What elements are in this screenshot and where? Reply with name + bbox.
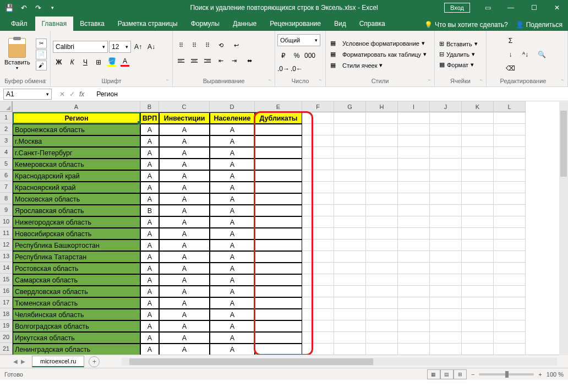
cell[interactable] bbox=[334, 251, 366, 263]
cell[interactable] bbox=[334, 263, 366, 274]
cell[interactable]: A bbox=[159, 239, 210, 251]
undo-icon[interactable]: ↶ bbox=[18, 2, 30, 14]
number-format-select[interactable]: Общий bbox=[277, 34, 320, 46]
cell[interactable] bbox=[255, 193, 302, 205]
cell[interactable] bbox=[430, 182, 462, 193]
cell[interactable]: A bbox=[210, 297, 255, 309]
sheet-nav-next-icon[interactable]: ▶ bbox=[21, 358, 25, 364]
cell[interactable] bbox=[302, 286, 334, 297]
qat-more-icon[interactable]: ▾ bbox=[46, 2, 58, 14]
align-center-icon[interactable] bbox=[188, 55, 200, 67]
cell[interactable]: A bbox=[210, 239, 255, 251]
cell[interactable]: A bbox=[140, 228, 159, 239]
cell[interactable] bbox=[334, 332, 366, 344]
cell[interactable] bbox=[255, 205, 302, 216]
header-cell[interactable]: ВРП bbox=[140, 112, 159, 124]
cell[interactable] bbox=[366, 193, 398, 205]
cell[interactable] bbox=[366, 159, 398, 170]
cell[interactable]: A bbox=[210, 135, 255, 147]
col-header-L[interactable]: L bbox=[494, 101, 526, 112]
cell[interactable]: A bbox=[159, 344, 210, 355]
zoom-slider[interactable] bbox=[479, 373, 534, 375]
cell[interactable]: A bbox=[159, 251, 210, 263]
cell[interactable] bbox=[255, 274, 302, 286]
cell[interactable] bbox=[255, 344, 302, 355]
cell[interactable] bbox=[302, 147, 334, 159]
cell[interactable] bbox=[366, 135, 398, 147]
cell[interactable] bbox=[334, 320, 366, 332]
view-break-icon[interactable]: ⊞ bbox=[454, 369, 467, 379]
cell-region[interactable]: Новосибирская область bbox=[13, 228, 140, 239]
cancel-formula-icon[interactable]: ✕ bbox=[59, 90, 65, 98]
cell[interactable] bbox=[334, 205, 366, 216]
cell[interactable]: A bbox=[159, 124, 210, 135]
cell[interactable]: A bbox=[140, 159, 159, 170]
bold-button[interactable]: Ж bbox=[53, 56, 65, 68]
cell[interactable] bbox=[430, 332, 462, 344]
cell[interactable]: A bbox=[210, 263, 255, 274]
cell[interactable] bbox=[494, 135, 526, 147]
cell[interactable] bbox=[494, 124, 526, 135]
cell[interactable] bbox=[494, 274, 526, 286]
cell[interactable] bbox=[302, 216, 334, 228]
row-header[interactable]: 5 bbox=[0, 158, 12, 170]
add-sheet-button[interactable]: + bbox=[89, 356, 100, 367]
cell[interactable] bbox=[255, 216, 302, 228]
cell[interactable] bbox=[366, 309, 398, 320]
row-header[interactable]: 20 bbox=[0, 331, 12, 343]
tab-review[interactable]: Рецензирование bbox=[263, 17, 327, 31]
cell[interactable] bbox=[334, 228, 366, 239]
cell[interactable] bbox=[494, 193, 526, 205]
find-icon[interactable]: 🔍 bbox=[534, 47, 550, 62]
cell[interactable] bbox=[366, 239, 398, 251]
cell[interactable] bbox=[462, 182, 494, 193]
cell-region[interactable]: Республика Башкортостан bbox=[13, 239, 140, 251]
cell[interactable] bbox=[462, 344, 494, 355]
cell[interactable] bbox=[430, 205, 462, 216]
cell-region[interactable]: г.Москва bbox=[13, 135, 140, 147]
cell[interactable]: B bbox=[140, 205, 159, 216]
cell[interactable] bbox=[366, 124, 398, 135]
cell[interactable] bbox=[494, 182, 526, 193]
cell[interactable] bbox=[334, 112, 366, 124]
cell[interactable]: A bbox=[210, 320, 255, 332]
zoom-in-icon[interactable]: + bbox=[538, 371, 542, 378]
cell[interactable] bbox=[302, 309, 334, 320]
cell-region[interactable]: Иркутская область bbox=[13, 332, 140, 344]
cell[interactable] bbox=[462, 274, 494, 286]
cell[interactable]: A bbox=[159, 297, 210, 309]
cell[interactable] bbox=[430, 309, 462, 320]
cell-region[interactable]: г.Санкт-Петербург bbox=[13, 147, 140, 159]
cell[interactable] bbox=[494, 170, 526, 182]
cell[interactable] bbox=[255, 309, 302, 320]
cell[interactable] bbox=[462, 135, 494, 147]
cell[interactable] bbox=[494, 309, 526, 320]
cell[interactable]: A bbox=[140, 182, 159, 193]
cell[interactable]: A bbox=[210, 147, 255, 159]
cell[interactable] bbox=[494, 332, 526, 344]
cell[interactable] bbox=[462, 124, 494, 135]
cell[interactable] bbox=[255, 170, 302, 182]
cell[interactable] bbox=[302, 124, 334, 135]
align-left-icon[interactable] bbox=[175, 55, 187, 67]
cell[interactable] bbox=[302, 228, 334, 239]
font-size-select[interactable]: 12 bbox=[109, 41, 131, 53]
cell[interactable] bbox=[255, 286, 302, 297]
cell[interactable] bbox=[494, 112, 526, 124]
cell[interactable] bbox=[430, 170, 462, 182]
cell[interactable] bbox=[462, 216, 494, 228]
cell[interactable] bbox=[430, 251, 462, 263]
cell[interactable] bbox=[430, 263, 462, 274]
cell[interactable]: A bbox=[210, 332, 255, 344]
cell[interactable] bbox=[430, 344, 462, 355]
cell[interactable] bbox=[398, 170, 430, 182]
row-header[interactable]: 14 bbox=[0, 262, 12, 274]
cell-region[interactable]: Челябинская область bbox=[13, 309, 140, 320]
cell[interactable] bbox=[302, 274, 334, 286]
cell-region[interactable]: Ярославская область bbox=[13, 205, 140, 216]
cell[interactable]: A bbox=[210, 286, 255, 297]
cell[interactable] bbox=[430, 147, 462, 159]
row-header[interactable]: 6 bbox=[0, 170, 12, 181]
cell[interactable] bbox=[255, 135, 302, 147]
cell[interactable]: A bbox=[140, 320, 159, 332]
